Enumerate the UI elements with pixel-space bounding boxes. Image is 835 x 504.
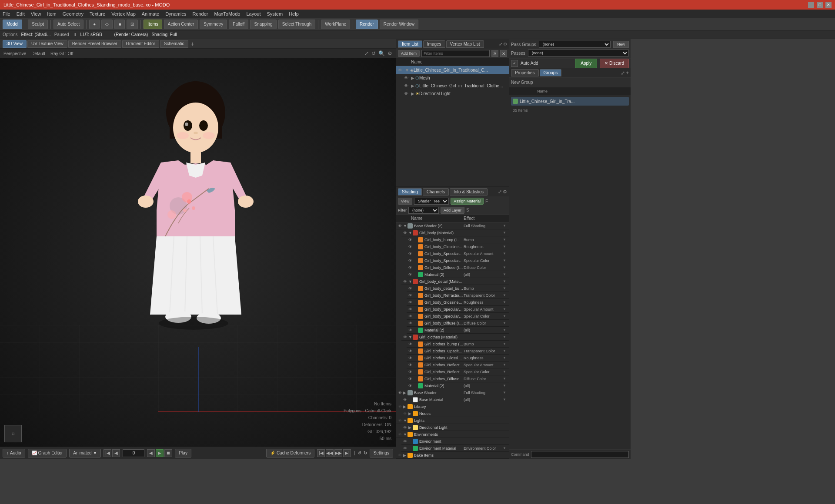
sh-refraction[interactable]: 👁 Girl_body_Refraction_2... Transparent …	[407, 292, 509, 299]
il-item-scene[interactable]: 👁 ▼ ◈ Little_Chinese_Girl_in_Traditional…	[396, 66, 509, 74]
filter-s-button[interactable]: S	[491, 50, 498, 57]
filter-x-button[interactable]: ✕	[500, 50, 507, 57]
sh-chevron-27[interactable]: ▶	[408, 411, 413, 416]
sh-base-material[interactable]: 👁 Base Material (all) ▼	[401, 396, 509, 403]
cache-deformers-button[interactable]: ⚡ Cache Deformers	[266, 449, 314, 458]
viewport-nav-cube[interactable]: ⊡	[4, 425, 22, 442]
falloff-button[interactable]: Falloff	[229, 20, 248, 29]
il-item-light[interactable]: 👁 ▶ ☀ Directional Light	[396, 90, 509, 97]
sh-eye-14[interactable]: 👁	[408, 321, 414, 325]
shading-filter-dropdown[interactable]: (none)	[408, 207, 439, 214]
sh-eye-18[interactable]: 👁	[408, 349, 414, 353]
maximize-button[interactable]: □	[817, 2, 823, 8]
menu-view[interactable]: View	[31, 11, 41, 17]
sh-girl-body[interactable]: 👁 ▼ Girl_body (Material) ▼	[401, 229, 509, 236]
tab-info-statistics[interactable]: Info & Statistics	[450, 188, 488, 196]
sh-eye-8[interactable]: 👁	[403, 279, 408, 284]
fr-plus-icon[interactable]: +	[626, 70, 629, 76]
sh-eye-20[interactable]: 👁	[408, 363, 414, 367]
sh-girl-clothes[interactable]: 👁 ▼ Girl_clothes (Material) ▼	[401, 334, 509, 341]
pause-icon[interactable]: ⏸	[73, 32, 77, 37]
item-list-filter[interactable]	[421, 50, 490, 57]
sh-clothes-opacity[interactable]: 👁 Girl_clothes_Opacity (I...) Transparen…	[407, 348, 509, 355]
menu-system[interactable]: System	[267, 11, 283, 17]
new-pass-group-button[interactable]: New	[613, 41, 629, 48]
edge-mode-button[interactable]: ◇	[101, 20, 113, 29]
auto-select-button[interactable]: Auto Select	[53, 20, 84, 29]
shading-expand-icon[interactable]: ⤢	[498, 189, 502, 195]
sh-chevron-0[interactable]: ▼	[403, 224, 407, 228]
sh-eye-29[interactable]: 👁	[403, 425, 408, 430]
step-back-button[interactable]: ◀◀	[326, 449, 334, 457]
sh-detail-spec1[interactable]: 👁 Girl_body_Specular (Im... Specular Amo…	[407, 306, 509, 313]
snapping-button[interactable]: Snapping	[250, 20, 276, 29]
item-mode-button[interactable]: ⊡	[127, 20, 138, 29]
menu-edit[interactable]: Edit	[17, 11, 25, 17]
sh-chevron-33[interactable]: ▶	[403, 453, 407, 458]
sh-eye-2[interactable]: 👁	[408, 238, 414, 242]
sh-environment[interactable]: 👁 Environment	[401, 438, 509, 445]
sh-library[interactable]: 👁 ▶ Library	[396, 403, 509, 410]
sh-environment-material[interactable]: 👁 Environment Material Environment Color…	[401, 445, 509, 452]
tab-channels[interactable]: Channels	[423, 188, 449, 196]
menu-maxtomodo[interactable]: MaxToModo	[214, 11, 240, 17]
render-button[interactable]: Render	[356, 20, 378, 29]
chevron-girl-icon[interactable]: ▶	[411, 83, 414, 88]
sh-chevron-24[interactable]: ▶	[403, 391, 407, 395]
sh-material-2[interactable]: 👁 Material (2) (all) ▼	[407, 271, 509, 278]
go-start-button[interactable]: |◀	[104, 449, 111, 457]
sh-eye-3[interactable]: 👁	[408, 245, 414, 249]
eye-icon[interactable]: 👁	[398, 68, 403, 73]
sh-chevron-8[interactable]: ▼	[408, 279, 413, 284]
auto-add-label[interactable]: Auto Add	[521, 61, 538, 66]
menu-item[interactable]: Item	[47, 11, 56, 17]
menu-layout[interactable]: Layout	[246, 11, 261, 17]
tab-3d-view[interactable]: 3D View	[3, 40, 27, 48]
viewport-settings-icon[interactable]: ↺	[371, 50, 376, 56]
il-content[interactable]: 👁 ▼ ◈ Little_Chinese_Girl_in_Traditional…	[396, 66, 509, 186]
sh-eye-31[interactable]: 👁	[403, 439, 408, 444]
sh-eye-22[interactable]: 👁	[408, 377, 414, 381]
menu-texture[interactable]: Texture	[90, 11, 105, 17]
sh-eye-16[interactable]: 👁	[403, 335, 408, 339]
sh-clothes-refl1[interactable]: 👁 Girl_clothes_Reflection Specular Amoun…	[407, 361, 509, 368]
step-fwd-button[interactable]: ▶▶	[334, 449, 342, 457]
sh-detail-material[interactable]: 👁 Material (2) (all) ▼	[407, 327, 509, 334]
tab-gradient-editor[interactable]: Gradient Editor	[122, 40, 159, 48]
sh-eye-21[interactable]: 👁	[408, 370, 414, 374]
sh-detail-diffuse[interactable]: 👁 Girl_body_Diffuse (Im... Diffuse Color…	[407, 320, 509, 327]
sh-chevron-28[interactable]: ▼	[403, 418, 407, 423]
menu-animate[interactable]: Animate	[142, 11, 159, 17]
il-expand-icon[interactable]: ⤢	[499, 42, 502, 46]
sh-eye-4[interactable]: 👁	[408, 252, 414, 256]
sh-eye-12[interactable]: 👁	[408, 307, 414, 312]
il-item-mesh[interactable]: 👁 ▶ ⬡ Mesh	[396, 74, 509, 82]
shading-view-button[interactable]: View	[398, 198, 412, 205]
sh-chevron-1[interactable]: ▼	[408, 231, 413, 235]
sh-eye-23[interactable]: 👁	[408, 384, 414, 388]
sh-eye-1[interactable]: 👁	[403, 231, 408, 235]
vertex-mode-button[interactable]: ●	[89, 20, 100, 29]
sh-chevron-29[interactable]: ▶	[408, 425, 413, 430]
menu-help[interactable]: Help	[289, 11, 299, 17]
auto-add-checkbox[interactable]: ✓	[511, 60, 518, 67]
select-through-button[interactable]: Select Through	[278, 20, 316, 29]
sh-girl-body-bump[interactable]: 👁 Girl_body_bump (Image) Bump ▼	[407, 236, 509, 243]
discard-button[interactable]: ✕ Discard	[600, 59, 629, 68]
tab-item-list[interactable]: Item List	[398, 40, 422, 48]
menu-geometry[interactable]: Geometry	[63, 11, 84, 17]
sh-eye-0[interactable]: 👁	[398, 224, 403, 228]
shading-settings-icon[interactable]: ⚙	[503, 189, 507, 195]
apply-button[interactable]: Apply	[575, 59, 597, 68]
fwd-end-button[interactable]: ▶|	[343, 449, 351, 457]
tab-vertex-map-list[interactable]: Vertex Map List	[446, 40, 484, 48]
chevron-scene-icon[interactable]: ▼	[405, 68, 409, 73]
prev-frame-button[interactable]: ◀	[112, 449, 120, 457]
action-center-button[interactable]: Action Center	[164, 20, 198, 29]
animated-button[interactable]: Animated ▼	[69, 449, 101, 458]
chevron-mesh-icon[interactable]: ▶	[411, 76, 414, 80]
viewport-expand-icon[interactable]: ⤢	[364, 50, 369, 56]
sh-chevron-26[interactable]: ▶	[403, 405, 407, 409]
sh-girl-body-spec1[interactable]: 👁 Girl_body_Specular (Im... Specular Amo…	[407, 250, 509, 257]
il-item-girl-mesh[interactable]: 👁 ▶ ⬡ Little_Chinese_Girl_in_Traditional…	[396, 82, 509, 90]
